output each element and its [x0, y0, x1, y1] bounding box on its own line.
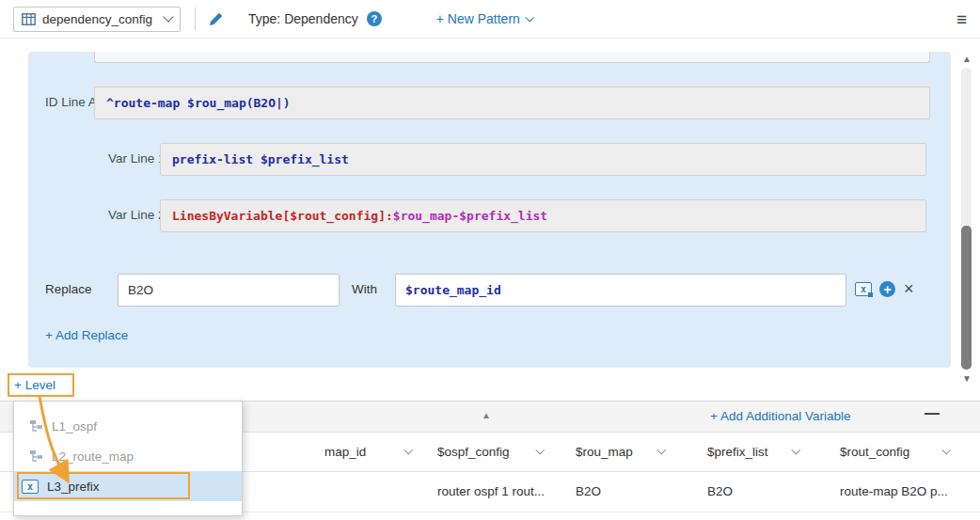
- level-dropdown-menu: L1_ospf L2_route_map x L3_prefix: [13, 401, 243, 516]
- var-line-2-value-part1: LinesByVariable[$rout_config]:: [172, 209, 393, 223]
- menu-icon[interactable]: ≡: [956, 10, 967, 28]
- clipped-input-above: [94, 52, 930, 63]
- scrollbar-thumb[interactable]: [961, 226, 972, 370]
- scroll-up-icon[interactable]: ▲: [959, 54, 974, 64]
- chevron-down-icon: [791, 446, 799, 454]
- table-grid-icon: [22, 13, 36, 25]
- id-line-a-label: ID Line A: [45, 95, 97, 109]
- var-line-1-input[interactable]: prefix-list $prefix_list: [160, 143, 926, 176]
- var-line-1-label: Var Line 1: [108, 151, 166, 165]
- cell-ospf-config: router ospf 1 rout...: [437, 484, 545, 498]
- menu-item-l1-ospf[interactable]: L1_ospf: [14, 411, 242, 441]
- help-icon[interactable]: ?: [367, 11, 382, 26]
- cell-rout-config: route-map B2O p...: [840, 484, 948, 498]
- chevron-down-icon: [526, 12, 534, 21]
- column-header-ospf-config[interactable]: $ospf_config: [437, 445, 543, 459]
- replace-label: Replace: [45, 282, 92, 296]
- variable-x-glyph: x: [861, 284, 866, 294]
- menu-item-label: L3_prefix: [47, 480, 100, 494]
- annotation-highlight-level: + Level: [8, 373, 74, 397]
- edit-pencil-icon[interactable]: [208, 11, 224, 27]
- add-replace-link[interactable]: + Add Replace: [45, 328, 128, 342]
- with-label: With: [352, 282, 377, 296]
- divider: [195, 8, 196, 30]
- menu-item-label: L1_ospf: [52, 419, 97, 433]
- chevron-down-icon: [403, 446, 412, 454]
- annotation-highlight-l3: [17, 472, 190, 499]
- variable-x-glyph: x: [27, 481, 33, 492]
- menu-item-l3-prefix[interactable]: x L3_prefix: [14, 471, 242, 501]
- var-line-2-value-part2: $rou_map-$prefix_list: [393, 209, 547, 223]
- pattern-select[interactable]: dependency_config: [13, 7, 181, 32]
- pattern-type-label: Type: Dependency: [248, 11, 358, 26]
- chevron-down-icon: [656, 446, 665, 454]
- column-label: $rout_config: [840, 445, 909, 459]
- top-toolbar: dependency_config Type: Dependency ? + N…: [0, 0, 980, 39]
- new-pattern-button[interactable]: + New Pattern: [436, 11, 533, 26]
- cell-prefix-list: B2O: [707, 484, 733, 498]
- column-label: $prefix_list: [707, 445, 768, 459]
- column-header-prefix-list[interactable]: $prefix_list: [707, 445, 798, 459]
- variable-icon: x: [22, 480, 39, 494]
- chevron-down-icon: [535, 446, 544, 454]
- menu-item-label: L2_route_map: [52, 449, 134, 464]
- column-label: $rou_map: [576, 445, 633, 459]
- pattern-panel: ID Line A ^route-map $rou_map(B2O|) Var …: [28, 52, 951, 368]
- add-additional-variable-link[interactable]: + Add Additional Variable: [710, 409, 851, 423]
- column-header-rout-config[interactable]: $rout_config: [840, 445, 949, 459]
- chevron-down-icon: [941, 446, 950, 454]
- scroll-down-icon[interactable]: ▼: [959, 373, 974, 384]
- id-line-a-input[interactable]: ^route-map $rou_map(B2O|): [94, 87, 930, 119]
- chevron-down-icon: [163, 11, 173, 22]
- column-header-rou-map[interactable]: $rou_map: [576, 445, 664, 459]
- var-line-1-value: prefix-list $prefix_list: [172, 152, 349, 166]
- add-level-link[interactable]: + Level: [14, 378, 55, 392]
- var-line-2-label: Var Line 2: [108, 208, 166, 222]
- with-input[interactable]: [395, 274, 846, 307]
- collapse-panel-icon[interactable]: ▲: [482, 410, 491, 420]
- column-label: map_id: [324, 445, 366, 459]
- column-header-map-id[interactable]: map_id: [324, 445, 411, 459]
- app-root: dependency_config Type: Dependency ? + N…: [0, 0, 980, 520]
- variable-corner: [868, 292, 873, 297]
- cell-rou-map: B2O: [576, 484, 601, 498]
- add-replace-row-icon[interactable]: +: [879, 281, 895, 297]
- menu-item-l2-route-map[interactable]: L2_route_map: [14, 441, 242, 471]
- level-hierarchy-icon: [29, 419, 43, 433]
- new-pattern-label: + New Pattern: [436, 11, 520, 26]
- insert-variable-icon[interactable]: x: [855, 282, 872, 296]
- id-line-a-value: ^route-map $rou_map(B2O|): [106, 96, 291, 110]
- minimize-icon[interactable]: —: [925, 405, 940, 422]
- column-label: $ospf_config: [437, 445, 510, 459]
- level-hierarchy-icon: [29, 449, 43, 463]
- remove-replace-row-icon[interactable]: ×: [904, 280, 914, 297]
- var-line-2-input[interactable]: LinesByVariable[$rout_config]:$rou_map-$…: [160, 199, 926, 232]
- pattern-select-value: dependency_config: [42, 12, 158, 26]
- replace-input[interactable]: [118, 274, 340, 307]
